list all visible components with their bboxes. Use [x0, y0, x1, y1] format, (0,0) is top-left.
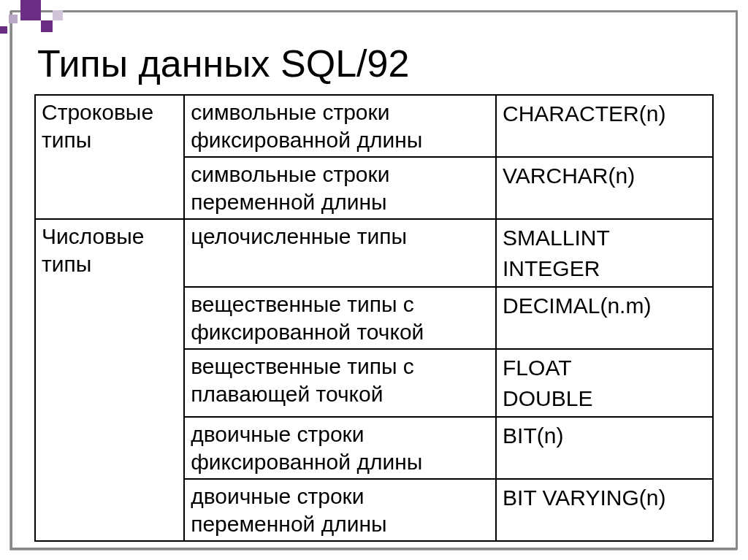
values-cell: CHARACTER(n): [496, 95, 713, 157]
values-cell: BIT VARYING(n): [496, 479, 713, 541]
description-cell: целочисленные типы: [184, 219, 496, 287]
data-types-table: Строковые типысимвольные строки фиксиров…: [34, 94, 714, 542]
type-value: BIT(n): [503, 421, 706, 451]
table-row: Числовые типыцелочисленные типыSMALLINTI…: [35, 219, 713, 287]
type-value: DOUBLE: [503, 383, 706, 414]
description-cell: вещественные типы с фиксированной точкой: [184, 287, 496, 349]
description-cell: символьные строки переменной длины: [184, 157, 496, 219]
type-value: DECIMAL(n.m): [503, 291, 706, 321]
type-value: CHARACTER(n): [503, 99, 706, 129]
type-value: FLOAT: [503, 353, 706, 383]
description-cell: двоичные строки переменной длины: [184, 479, 496, 541]
values-cell: DECIMAL(n.m): [496, 287, 713, 349]
slide-frame: Типы данных SQL/92 Строковые типысимволь…: [10, 10, 738, 550]
values-cell: SMALLINTINTEGER: [496, 219, 713, 287]
description-cell: двоичные строки фиксированной длины: [184, 417, 496, 479]
table-row: Строковые типысимвольные строки фиксиров…: [35, 95, 713, 157]
type-value: INTEGER: [503, 253, 706, 284]
type-value: VARCHAR(n): [503, 161, 706, 191]
category-cell: Строковые типы: [35, 95, 184, 219]
type-value: BIT VARYING(n): [503, 483, 706, 513]
description-cell: символьные строки фиксированной длины: [184, 95, 496, 157]
values-cell: VARCHAR(n): [496, 157, 713, 219]
category-cell: Числовые типы: [35, 219, 184, 541]
values-cell: FLOATDOUBLE: [496, 349, 713, 417]
values-cell: BIT(n): [496, 417, 713, 479]
page-title: Типы данных SQL/92: [34, 42, 714, 85]
description-cell: вещественные типы с плавающей точкой: [184, 349, 496, 417]
type-value: SMALLINT: [503, 223, 706, 253]
